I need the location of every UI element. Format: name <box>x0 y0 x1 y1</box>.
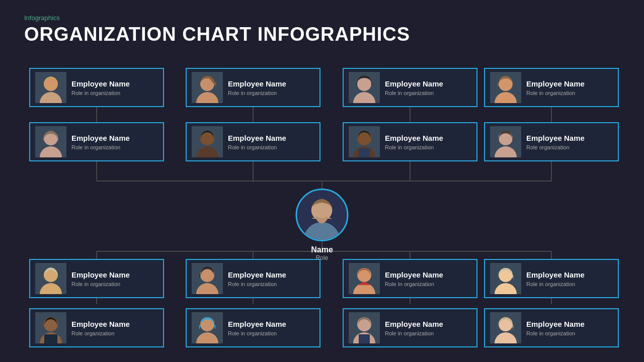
employee-role: Role in organization <box>71 144 130 150</box>
card-info: Employee Name Role organization <box>526 134 585 150</box>
bottom-card-r1-c0: Employee Name Role organization <box>29 308 164 347</box>
card-info: Employee Name Role in organization <box>385 134 443 150</box>
employee-role: Role In organization <box>385 281 443 287</box>
employee-name: Employee Name <box>385 134 443 143</box>
card-info: Employee Name Role organization <box>71 320 130 336</box>
avatar <box>35 72 66 103</box>
employee-name: Employee Name <box>71 79 130 88</box>
employee-role: Role in organization <box>228 330 286 336</box>
card-info: Employee Name Role in organization <box>526 320 585 336</box>
avatar <box>490 126 521 157</box>
center-node: Name Role <box>296 189 349 261</box>
avatar <box>192 263 223 294</box>
employee-role: Role in organization <box>71 281 130 287</box>
employee-name: Employee Name <box>526 79 585 88</box>
svg-rect-44 <box>359 148 370 157</box>
card-info: Employee Name Role in organization <box>228 270 286 287</box>
employee-name: Employee Name <box>385 79 443 88</box>
employee-role: Role in organization <box>385 144 443 150</box>
bottom-card-r0-c2: Employee Name Role In organization <box>343 259 477 298</box>
svg-point-56 <box>357 268 371 282</box>
employee-name: Employee Name <box>228 270 286 280</box>
avatar <box>35 126 66 157</box>
center-name: Name <box>311 245 333 254</box>
avatar <box>35 263 66 294</box>
card-info: Employee Name Role in organization <box>526 270 585 287</box>
employee-name: Employee Name <box>228 79 286 88</box>
card-info: Employee Name Role in organization <box>385 79 443 96</box>
avatar <box>349 72 380 103</box>
top-card-r0-c0: Employee Name Role in organization <box>29 68 164 107</box>
employee-role: Role in organization <box>526 90 585 96</box>
card-info: Employee Name Role in organization <box>71 270 130 287</box>
svg-point-20 <box>304 222 340 240</box>
top-card-r0-c3: Employee Name Role in organization <box>484 68 619 107</box>
employee-name: Employee Name <box>71 134 130 143</box>
bottom-card-r0-c0: Employee Name Role in organization <box>29 259 164 298</box>
employee-name: Employee Name <box>526 134 585 143</box>
card-info: Employee Name Role In organization <box>385 270 443 287</box>
avatar <box>490 263 521 294</box>
employee-role: Role in organization <box>385 330 443 336</box>
avatar <box>192 126 223 157</box>
employee-name: Employee Name <box>71 270 130 280</box>
avatar <box>349 126 380 157</box>
employee-name: Employee Name <box>385 270 443 280</box>
top-card-r1-c3: Employee Name Role organization <box>484 122 619 161</box>
top-card-r0-c1: Employee Name Role in organization <box>186 68 320 107</box>
center-avatar <box>296 189 349 241</box>
avatar <box>349 263 380 294</box>
employee-role: Role organization <box>526 144 585 150</box>
employee-name: Employee Name <box>228 320 286 329</box>
employee-name: Employee Name <box>385 320 443 329</box>
bottom-card-r1-c2: Employee Name Role in organization <box>343 308 477 347</box>
employee-name: Employee Name <box>526 320 585 329</box>
card-info: Employee Name Role in organization <box>385 320 443 336</box>
avatar <box>490 72 521 103</box>
employee-role: Role in organization <box>228 90 286 96</box>
svg-point-69 <box>357 317 371 331</box>
employee-role: Role in organization <box>228 144 286 150</box>
svg-point-50 <box>44 268 58 282</box>
page-title: ORGANIZATION CHART INFOGRAPHICS <box>24 24 620 45</box>
employee-role: Role in organization <box>526 330 585 336</box>
top-card-r1-c0: Employee Name Role in organization <box>29 122 164 161</box>
employee-name: Employee Name <box>71 320 130 329</box>
employee-role: Role in organization <box>385 90 443 96</box>
card-info: Employee Name Role in organization <box>228 134 286 150</box>
card-info: Employee Name Role in organization <box>228 320 286 336</box>
svg-point-59 <box>499 268 513 282</box>
svg-point-73 <box>499 317 513 331</box>
avatar <box>35 312 66 343</box>
svg-rect-63 <box>44 334 57 343</box>
bottom-card-r0-c1: Employee Name Role in organization <box>186 259 320 298</box>
card-info: Employee Name Role in organization <box>71 134 130 150</box>
avatar <box>490 312 521 343</box>
page: Infographics ORGANIZATION CHART INFOGRAP… <box>0 0 644 362</box>
card-info: Employee Name Role in organization <box>71 79 130 96</box>
bottom-card-r0-c3: Employee Name Role in organization <box>484 259 619 298</box>
employee-name: Employee Name <box>228 134 286 143</box>
header: Infographics ORGANIZATION CHART INFOGRAP… <box>0 0 644 50</box>
svg-rect-70 <box>359 334 370 343</box>
top-card-r1-c1: Employee Name Role in organization <box>186 122 320 161</box>
svg-point-66 <box>200 317 214 331</box>
avatar <box>349 312 380 343</box>
employee-role: Role in organization <box>71 90 130 96</box>
card-info: Employee Name Role in organization <box>228 79 286 96</box>
employee-name: Employee Name <box>526 270 585 280</box>
top-card-r0-c2: Employee Name Role in organization <box>343 68 477 107</box>
avatar <box>192 72 223 103</box>
avatar <box>192 312 223 343</box>
employee-role: Role in organization <box>526 281 585 287</box>
bottom-card-r1-c3: Employee Name Role in organization <box>484 308 619 347</box>
top-card-r1-c2: Employee Name Role in organization <box>343 122 477 161</box>
svg-point-62 <box>44 317 58 331</box>
employee-role: Role in organization <box>228 281 286 287</box>
card-info: Employee Name Role in organization <box>526 79 585 96</box>
infographics-label: Infographics <box>24 14 620 22</box>
employee-role: Role organization <box>71 330 130 336</box>
bottom-card-r1-c1: Employee Name Role in organization <box>186 308 320 347</box>
